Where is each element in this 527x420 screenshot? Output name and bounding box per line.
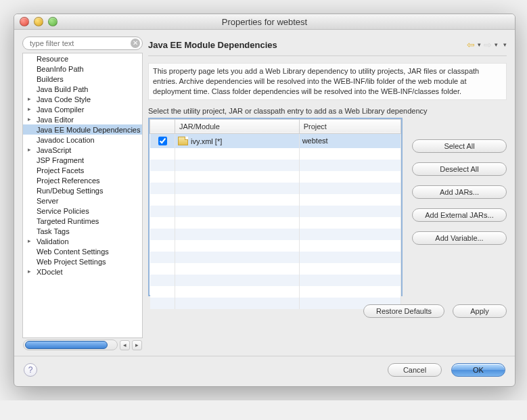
sidebar-item[interactable]: JavaScript: [23, 145, 142, 155]
sidebar-item[interactable]: Web Content Settings: [23, 246, 142, 256]
file-icon: [178, 137, 188, 145]
nav-back-menu-icon[interactable]: ▾: [478, 41, 481, 48]
deselect-all-button[interactable]: Deselect All: [412, 162, 507, 176]
nav-forward-icon: ⇨: [484, 40, 492, 49]
view-menu-icon[interactable]: ▾: [503, 41, 507, 48]
apply-button[interactable]: Apply: [453, 304, 507, 318]
minimize-icon[interactable]: [34, 17, 43, 26]
filter-input[interactable]: [22, 37, 143, 50]
sidebar-item[interactable]: Task Tags: [23, 226, 142, 236]
sidebar-item[interactable]: Web Project Settings: [23, 256, 142, 266]
ok-button[interactable]: OK: [451, 363, 505, 377]
sidebar-item[interactable]: Resource: [23, 53, 142, 64]
table-row-empty: [150, 194, 401, 206]
table-row-empty: [150, 240, 401, 252]
clear-filter-icon[interactable]: ✕: [131, 39, 140, 48]
titlebar[interactable]: Properties for webtest: [14, 14, 515, 30]
add-jars-button[interactable]: Add JARs...: [412, 185, 507, 199]
sidebar: ✕ ResourceBeanInfo PathBuildersJava Buil…: [22, 37, 143, 352]
add-external-jars-button[interactable]: Add External JARs...: [412, 208, 507, 222]
table-row-empty: [150, 263, 401, 275]
table-row-empty: [150, 206, 401, 217]
add-variable-button[interactable]: Add Variable...: [412, 231, 507, 245]
project-name: webtest: [299, 133, 400, 148]
instruction-text: Select the utility project, JAR or class…: [148, 107, 507, 115]
sidebar-item[interactable]: Project Facets: [23, 165, 142, 175]
window-title: Properties for webtest: [14, 17, 515, 27]
sidebar-item[interactable]: Java Code Style: [23, 94, 142, 104]
sidebar-item[interactable]: Java Build Path: [23, 84, 142, 94]
sidebar-item[interactable]: Builders: [23, 74, 142, 84]
properties-dialog: Properties for webtest ✕ ResourceBeanInf…: [14, 14, 515, 387]
table-row-empty: [150, 171, 401, 183]
sidebar-item[interactable]: BeanInfo Path: [23, 64, 142, 74]
select-all-button[interactable]: Select All: [412, 139, 507, 153]
page-title: Java EE Module Dependencies: [148, 40, 277, 50]
scroll-right-icon[interactable]: ▸: [132, 340, 142, 350]
sidebar-item[interactable]: Javadoc Location: [23, 135, 142, 145]
close-icon[interactable]: [20, 17, 29, 26]
zoom-icon[interactable]: [48, 17, 58, 26]
nav-back-icon[interactable]: ⇦: [467, 40, 475, 49]
main-panel: Java EE Module Dependencies ⇦ ▾ ⇨ ▾ ▾ Th…: [148, 37, 507, 352]
col-project[interactable]: Project: [299, 119, 400, 133]
table-row-empty: [150, 160, 401, 171]
col-check[interactable]: [150, 119, 175, 133]
sidebar-item[interactable]: Java Editor: [23, 114, 142, 124]
window-controls: [14, 17, 58, 26]
sidebar-item[interactable]: JSP Fragment: [23, 155, 142, 165]
sidebar-item[interactable]: Java EE Module Dependencies: [23, 124, 142, 135]
description-text: This property page lets you add a Web Li…: [148, 63, 507, 100]
table-row-empty: [150, 275, 401, 286]
help-icon[interactable]: ?: [24, 363, 37, 377]
sidebar-item[interactable]: Targeted Runtimes: [23, 216, 142, 226]
sidebar-item[interactable]: XDoclet: [23, 266, 142, 277]
table-actions: Select All Deselect All Add JARs... Add …: [412, 118, 507, 296]
module-name: ivy.xml [*]: [191, 137, 222, 145]
col-jar-module[interactable]: JAR/Module: [175, 119, 300, 133]
row-checkbox[interactable]: [158, 137, 167, 145]
sidebar-item[interactable]: Run/Debug Settings: [23, 185, 142, 195]
restore-defaults-button[interactable]: Restore Defaults: [363, 304, 444, 318]
dependency-table[interactable]: JAR/Module Project ivy.xml [*]webtest: [148, 118, 403, 296]
sidebar-scrollbar[interactable]: ◂ ▸: [22, 338, 143, 352]
sidebar-item[interactable]: Service Policies: [23, 206, 142, 216]
table-row-empty: [150, 148, 401, 160]
sidebar-item[interactable]: Validation: [23, 236, 142, 246]
category-tree[interactable]: ResourceBeanInfo PathBuildersJava Build …: [22, 53, 143, 338]
table-row-empty: [150, 286, 401, 298]
table-row-empty: [150, 183, 401, 194]
sidebar-item[interactable]: Project References: [23, 175, 142, 185]
sidebar-item[interactable]: Java Compiler: [23, 104, 142, 114]
scroll-left-icon[interactable]: ◂: [120, 340, 130, 350]
nav-forward-menu-icon[interactable]: ▾: [495, 41, 498, 48]
sidebar-item[interactable]: Server: [23, 195, 142, 206]
cancel-button[interactable]: Cancel: [388, 363, 442, 377]
table-row-empty: [150, 217, 401, 229]
table-row-empty: [150, 252, 401, 263]
table-row-empty: [150, 229, 401, 240]
table-row[interactable]: ivy.xml [*]webtest: [150, 133, 401, 148]
